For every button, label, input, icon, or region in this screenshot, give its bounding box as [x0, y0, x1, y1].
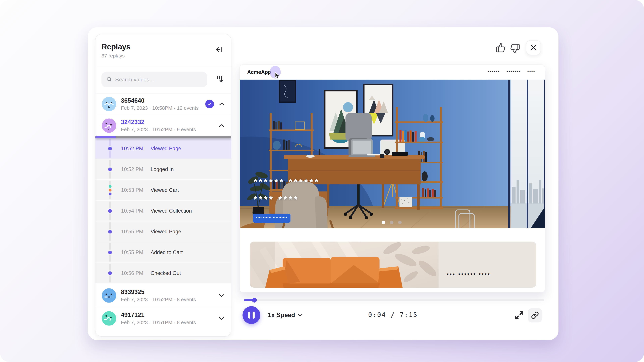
office-scene-image	[240, 80, 545, 228]
page-title: Replays	[102, 42, 231, 51]
event-label: Added to Cart	[150, 249, 183, 255]
event-row[interactable]: 10:54 PM Viewed Collection	[96, 201, 231, 221]
pause-icon	[248, 312, 254, 319]
event-time: 10:55 PM	[121, 249, 144, 255]
replay-modal: Replays 37 replays	[88, 27, 558, 340]
thumbs-down-icon	[510, 43, 520, 53]
chevron-up-icon	[219, 124, 224, 128]
speed-selector[interactable]: 1x Speed	[268, 311, 303, 320]
session-progress-fill	[96, 136, 116, 138]
link-icon	[531, 311, 539, 319]
close-icon	[530, 44, 537, 51]
expand-button[interactable]	[515, 311, 524, 320]
site-nav: ****** ******* ****	[488, 70, 535, 75]
event-dot	[108, 271, 112, 275]
avatar	[102, 288, 116, 303]
search-input[interactable]	[115, 77, 202, 83]
masked-product-caption: *** ****** ****	[446, 272, 490, 279]
search-box[interactable]	[102, 72, 207, 87]
product-card[interactable]: *** ****** ****	[250, 242, 536, 288]
expand-session-button[interactable]	[218, 315, 225, 322]
avatar	[102, 311, 116, 326]
session-meta: Feb 7, 2023 · 10:52PM · 9 events	[121, 127, 196, 132]
page-background: Replays 37 replays	[0, 0, 644, 362]
expand-icon	[515, 311, 524, 320]
thumbs-down-button[interactable]	[510, 43, 520, 53]
chevron-down-icon	[219, 317, 224, 320]
thumbs-up-icon	[496, 43, 506, 53]
event-time: 10:53 PM	[121, 187, 144, 193]
chevron-up-icon	[219, 102, 224, 106]
expand-session-button[interactable]	[218, 292, 225, 299]
chevron-down-icon	[298, 313, 303, 317]
session-id: 4917121	[121, 311, 144, 319]
close-button[interactable]	[526, 40, 541, 55]
check-icon	[208, 102, 212, 106]
copy-link-button[interactable]	[528, 308, 542, 323]
event-dot	[108, 147, 112, 151]
collapse-session-button[interactable]	[218, 101, 225, 107]
event-dot	[108, 168, 112, 171]
collapse-sidebar-button[interactable]	[214, 45, 224, 55]
carousel-dots[interactable]	[382, 221, 402, 224]
event-time: 10:56 PM	[121, 270, 144, 276]
playback-progress-knob[interactable]	[252, 298, 257, 303]
event-label: Viewed Page	[150, 229, 181, 235]
session-meta: Feb 7, 2023 · 10:58PM · 12 events	[121, 105, 199, 111]
carousel-dot-active[interactable]	[382, 221, 385, 224]
replays-sidebar: Replays 37 replays	[95, 34, 232, 337]
carousel-dot[interactable]	[398, 221, 402, 224]
event-label: Logged In	[150, 166, 174, 172]
watched-badge	[205, 100, 214, 108]
event-row[interactable]: 10:55 PM Viewed Page	[96, 221, 231, 242]
event-row[interactable]: 10:56 PM Checked Out	[96, 263, 231, 284]
event-dot	[108, 209, 112, 213]
nav-masked-item[interactable]: ****	[527, 70, 535, 75]
timecode: 0:04 / 7:15	[356, 311, 430, 319]
search-icon	[106, 76, 112, 83]
carousel-dot[interactable]	[390, 221, 394, 224]
event-row[interactable]: 10:53 PM Viewed Cart	[96, 180, 231, 201]
thumbs-up-button[interactable]	[496, 43, 506, 53]
event-label: Viewed Page	[150, 146, 181, 152]
masked-hero-heading-line2: **** ****	[254, 194, 299, 205]
pause-button[interactable]	[242, 306, 260, 324]
nav-masked-item[interactable]: *******	[507, 70, 521, 75]
speed-label: 1x Speed	[268, 312, 295, 319]
nav-masked-item[interactable]: ******	[488, 70, 500, 75]
event-time: 10:52 PM	[121, 166, 144, 172]
session-id: 3654640	[121, 97, 144, 104]
event-row[interactable]: 10:55 PM Added to Cart	[96, 242, 231, 263]
playback-progress-bar[interactable]	[244, 299, 544, 301]
collapse-left-icon	[215, 46, 223, 54]
session-row[interactable]: 3654640 Feb 7, 2023 · 10:58PM · 12 event…	[96, 93, 231, 115]
collapse-session-button[interactable]	[218, 122, 225, 129]
replayed-site-header: AcmeApp ****** ******* ****	[240, 65, 545, 80]
masked-hero-heading-line1: ****** ******	[254, 177, 320, 187]
session-progress-bar[interactable]	[96, 136, 231, 138]
search-row	[96, 66, 231, 93]
avatar	[102, 118, 116, 133]
session-row[interactable]: 8339325 Feb 7, 2023 · 10:52PM · 8 events	[96, 284, 231, 307]
replay-count: 37 replays	[102, 53, 231, 59]
event-dot	[108, 251, 112, 254]
sidebar-header: Replays 37 replays	[96, 34, 231, 66]
chevron-down-icon	[219, 294, 224, 297]
product-section: *** ****** ****	[240, 228, 545, 293]
cursor-icon	[274, 72, 281, 80]
session-row[interactable]: 4917121 Feb 7, 2023 · 10:51PM · 8 events	[96, 307, 231, 330]
session-id: 3242332	[121, 119, 144, 126]
event-row[interactable]: 10:52 PM Viewed Page	[96, 138, 231, 159]
event-time: 10:55 PM	[121, 229, 144, 235]
event-label: Viewed Collection	[150, 208, 192, 214]
session-meta: Feb 7, 2023 · 10:52PM · 8 events	[121, 297, 196, 302]
sort-filter-button[interactable]	[214, 74, 224, 85]
session-row-active[interactable]: 3242332 Feb 7, 2023 · 10:52PM · 9 events	[96, 115, 231, 136]
event-row[interactable]: 10:52 PM Logged In	[96, 159, 231, 180]
event-time: 10:52 PM	[121, 146, 144, 152]
site-logo: AcmeApp	[247, 69, 271, 75]
event-dot-group	[109, 185, 112, 195]
masked-cta-button[interactable]: **** ****** **********	[253, 214, 290, 223]
event-dot	[108, 230, 112, 233]
sofa-photo	[250, 242, 438, 288]
